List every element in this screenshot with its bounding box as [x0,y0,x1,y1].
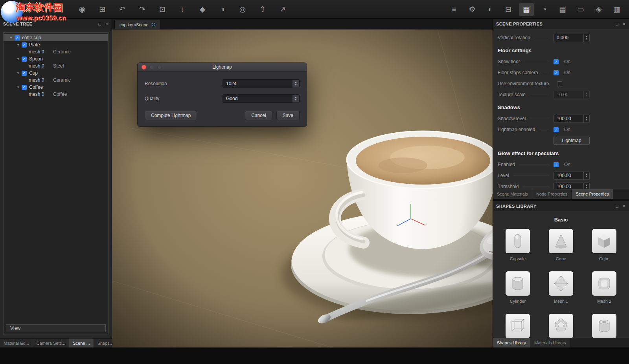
stepper-arrows-icon[interactable]: ▲▼ [583,115,589,123]
shape-item-cube[interactable]: Cube [592,229,616,261]
tab-scene-properties[interactable]: Scene Properties [572,189,613,199]
resolution-select[interactable]: 1024 ▲ ▼ [223,79,300,88]
use-environment-texture-checkbox[interactable] [557,81,562,86]
publish-icon[interactable]: ⇧ [255,3,270,16]
tree-row[interactable]: mesh 0Steel [4,62,108,70]
expand-triangle-icon[interactable]: ▾ [9,36,13,40]
tree-row[interactable]: ▾✓Coffee [4,84,108,91]
layout-panel-icon[interactable]: ▥ [609,3,624,16]
shape-item-capsule[interactable]: Capsule [506,229,530,261]
visibility-checkbox[interactable]: ✓ [15,35,20,40]
stepper-arrows-icon[interactable]: ▲▼ [583,183,589,189]
level-spinner[interactable]: 100.00▲▼ [554,172,590,180]
close-window-icon[interactable] [142,65,146,70]
shape-item-cone[interactable]: Cone [549,229,573,261]
expand-triangle-icon[interactable]: ▾ [16,71,20,75]
tab-node-properties[interactable]: Node Properties [532,189,572,199]
scene-tab[interactable]: cup.koruScene [114,20,160,29]
save-button[interactable]: Save [276,111,300,120]
visibility-checkbox[interactable]: ✓ [22,85,27,90]
stepper-arrows-icon[interactable]: ▲▼ [583,34,589,42]
tree-row[interactable]: mesh 0Coffee [4,91,108,98]
add-view-icon[interactable]: ⊞ [95,3,110,16]
visibility-checkbox[interactable]: ✓ [22,42,27,48]
enabled-checkbox[interactable]: ✓ [554,162,559,167]
select-tool-icon[interactable]: ⊡ [155,3,170,16]
property-control: 100.00▲▼ [554,183,590,189]
close-panel-icon[interactable]: ✕ [622,204,626,209]
material-sphere-icon[interactable]: ◎ [235,3,250,16]
compute-lightmap-button[interactable]: Compute Lightmap [145,111,197,120]
tree-row[interactable]: mesh 0Ceramic [4,48,108,55]
statistics-panel-icon[interactable]: ◔ [537,3,552,16]
dialog-title: Lightmap [138,64,307,70]
materials-panel-icon[interactable]: ▤ [555,3,570,16]
tab-shapes-library[interactable]: Shapes Library [493,338,530,348]
show-floor-checkbox[interactable]: ✓ [554,59,559,64]
spinner-value: 100.00 [554,173,583,178]
redo-icon[interactable]: ↷ [135,3,150,16]
expand-triangle-icon[interactable]: ▾ [16,85,20,89]
tab-camera-setti[interactable]: Camera Setti... [33,338,69,348]
detach-panel-icon[interactable]: □ [98,22,101,26]
settings-panel-icon[interactable]: ⚙ [465,3,480,16]
shapes-library-header: SHAPES LIBRARY □ ✕ [493,201,629,211]
video-camera-icon[interactable]: ◉ [75,3,90,16]
stepper-arrows-icon[interactable]: ▲▼ [583,172,589,179]
property-control: ✓On [554,70,590,75]
texture-scale-spinner[interactable]: 10.00▲▼ [554,91,590,99]
property-label: Level [498,173,509,178]
close-panel-icon[interactable]: ✕ [105,22,109,27]
property-control: 10.00▲▼ [554,91,590,99]
up-arrow-icon: ▲ [585,116,588,119]
modified-indicator-icon[interactable] [152,23,155,26]
spinner-value: 0.000 [554,35,583,40]
tree-row[interactable]: ▾✓Spoon [4,55,108,62]
view-button[interactable]: View [6,324,106,332]
dialog-titlebar[interactable]: Lightmap [138,63,307,71]
expand-triangle-icon[interactable]: ▾ [16,57,20,61]
tree-row[interactable]: ▾✓Plate [4,41,108,48]
threshold-spinner[interactable]: 100.00▲▼ [554,183,590,189]
shape-item-mesh-1[interactable]: Mesh 1 [549,271,573,304]
shape-item-cylinder[interactable]: Cylinder [506,271,530,304]
stepper-arrows-icon[interactable]: ▲ ▼ [292,95,299,102]
stepper-arrows-icon[interactable]: ▲▼ [583,91,589,99]
shape-item-mesh-2[interactable]: Mesh 2 [592,271,616,304]
tree-row[interactable]: ▾✓coffe cup [4,34,108,41]
visibility-checkbox[interactable]: ✓ [22,57,27,62]
expand-triangle-icon[interactable]: ▾ [16,43,20,47]
tab-scene-materials[interactable]: Scene Materials [493,189,532,199]
down-arrow-icon: ▼ [295,84,297,86]
model-panel-icon[interactable]: ◈ [591,3,606,16]
quality-select[interactable]: Good ▲ ▼ [223,94,300,103]
shadow-level-spinner[interactable]: 100.00▲▼ [554,115,590,123]
tree-row[interactable]: mesh 0Ceramic [4,77,108,84]
lightmap-enabled-checkbox[interactable]: ✓ [554,127,559,132]
detach-panel-icon[interactable]: □ [616,22,618,26]
environment-icon[interactable]: ◑ [215,3,230,16]
tab-materials-library[interactable]: Materials Library [530,338,570,348]
tree-row[interactable]: ▾✓Cup [4,70,108,77]
tree-node-label: mesh 0 [29,91,44,97]
cancel-button[interactable]: Cancel [245,111,272,120]
close-panel-icon[interactable]: ✕ [622,22,626,27]
vertical-rotation-spinner[interactable]: 0.000▲▼ [554,34,590,42]
scene-tree-panel-icon[interactable]: ≡ [447,3,462,16]
comments-panel-icon[interactable]: ▭ [573,3,588,16]
import-model-icon[interactable]: ↓ [175,3,190,16]
undo-icon[interactable]: ↶ [115,3,130,16]
environment-panel-icon[interactable]: ◐ [483,3,498,16]
detach-panel-icon[interactable]: □ [616,204,618,209]
tab-material-ed[interactable]: Material Ed... [0,338,33,348]
lightmap-button[interactable]: Lightmap [554,137,590,145]
group-objects-icon[interactable]: ◆ [195,3,210,16]
camera-panel-icon[interactable]: ⊟ [501,3,516,16]
shapes-content: Basic CapsuleConeCubeCylinderMesh 1Mesh … [493,211,629,348]
visibility-checkbox[interactable]: ✓ [22,71,27,76]
shapes-library-panel-icon[interactable]: ▦ [519,3,534,16]
stepper-arrows-icon[interactable]: ▲ ▼ [292,80,299,88]
export-icon[interactable]: ↗ [275,3,290,16]
floor-stops-camera-checkbox[interactable]: ✓ [554,70,559,75]
tab-scene[interactable]: Scene ... [69,338,94,348]
